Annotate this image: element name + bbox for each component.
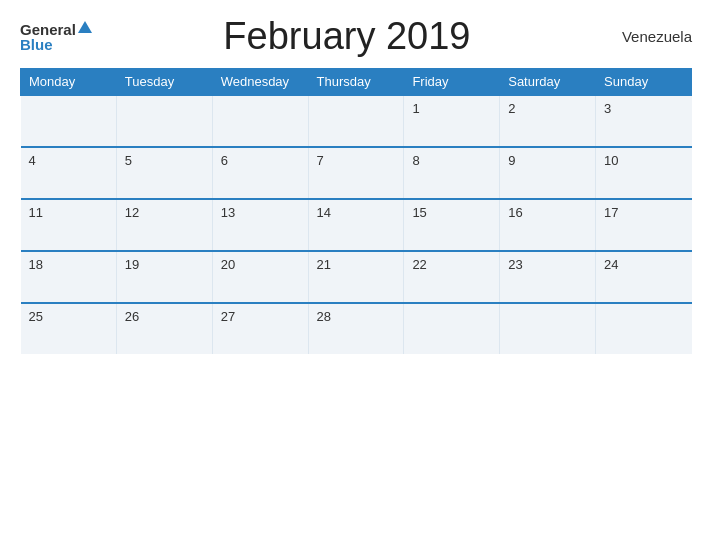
calendar-week-4: 18192021222324 xyxy=(21,251,692,303)
logo-blue-text: Blue xyxy=(20,37,53,52)
calendar-week-3: 11121314151617 xyxy=(21,199,692,251)
day-saturday: Saturday xyxy=(500,69,596,96)
calendar-cell xyxy=(404,303,500,354)
calendar-cell: 1 xyxy=(404,95,500,147)
calendar-cell: 18 xyxy=(21,251,117,303)
calendar-cell: 24 xyxy=(596,251,692,303)
logo-triangle-icon xyxy=(78,21,92,33)
calendar-cell xyxy=(212,95,308,147)
calendar-cell: 11 xyxy=(21,199,117,251)
calendar-cell: 25 xyxy=(21,303,117,354)
day-wednesday: Wednesday xyxy=(212,69,308,96)
calendar-page: General Blue February 2019 Venezuela Mon… xyxy=(0,0,712,550)
calendar-cell: 2 xyxy=(500,95,596,147)
calendar-cell: 15 xyxy=(404,199,500,251)
calendar-cell xyxy=(308,95,404,147)
calendar-cell: 17 xyxy=(596,199,692,251)
calendar-cell xyxy=(500,303,596,354)
calendar-table: Monday Tuesday Wednesday Thursday Friday… xyxy=(20,68,692,354)
header: General Blue February 2019 Venezuela xyxy=(20,15,692,58)
calendar-cell: 7 xyxy=(308,147,404,199)
calendar-cell: 23 xyxy=(500,251,596,303)
logo: General Blue xyxy=(20,22,92,52)
day-thursday: Thursday xyxy=(308,69,404,96)
calendar-cell: 16 xyxy=(500,199,596,251)
calendar-week-5: 25262728 xyxy=(21,303,692,354)
days-row: Monday Tuesday Wednesday Thursday Friday… xyxy=(21,69,692,96)
calendar-cell xyxy=(21,95,117,147)
calendar-cell: 10 xyxy=(596,147,692,199)
calendar-cell: 5 xyxy=(116,147,212,199)
calendar-cell: 20 xyxy=(212,251,308,303)
calendar-title: February 2019 xyxy=(92,15,602,58)
day-sunday: Sunday xyxy=(596,69,692,96)
calendar-cell: 4 xyxy=(21,147,117,199)
calendar-cell: 13 xyxy=(212,199,308,251)
calendar-cell: 22 xyxy=(404,251,500,303)
calendar-cell: 3 xyxy=(596,95,692,147)
calendar-cell: 26 xyxy=(116,303,212,354)
calendar-body: 1234567891011121314151617181920212223242… xyxy=(21,95,692,354)
calendar-cell xyxy=(116,95,212,147)
calendar-cell: 27 xyxy=(212,303,308,354)
calendar-cell: 6 xyxy=(212,147,308,199)
calendar-week-2: 45678910 xyxy=(21,147,692,199)
calendar-cell: 9 xyxy=(500,147,596,199)
calendar-cell: 8 xyxy=(404,147,500,199)
calendar-header: Monday Tuesday Wednesday Thursday Friday… xyxy=(21,69,692,96)
logo-general-text: General xyxy=(20,22,76,37)
day-monday: Monday xyxy=(21,69,117,96)
calendar-cell: 14 xyxy=(308,199,404,251)
calendar-cell: 19 xyxy=(116,251,212,303)
day-tuesday: Tuesday xyxy=(116,69,212,96)
calendar-cell: 28 xyxy=(308,303,404,354)
country-label: Venezuela xyxy=(602,28,692,45)
calendar-cell xyxy=(596,303,692,354)
day-friday: Friday xyxy=(404,69,500,96)
calendar-week-1: 123 xyxy=(21,95,692,147)
calendar-cell: 21 xyxy=(308,251,404,303)
calendar-cell: 12 xyxy=(116,199,212,251)
